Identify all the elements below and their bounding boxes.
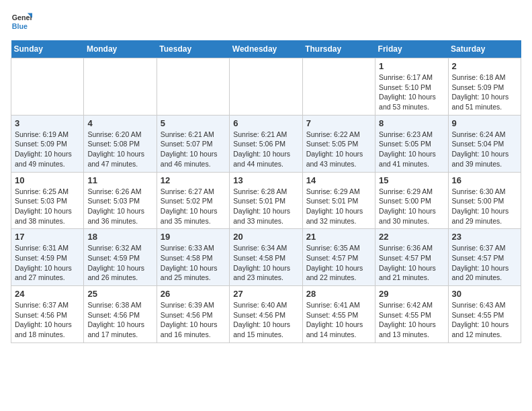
day-number: 14 xyxy=(306,175,371,185)
day-info: Sunrise: 6:34 AM Sunset: 4:58 PM Dayligh… xyxy=(233,243,298,283)
day-info: Sunrise: 6:24 AM Sunset: 5:04 PM Dayligh… xyxy=(452,130,517,169)
calendar-cell: 26Sunrise: 6:39 AM Sunset: 4:56 PM Dayli… xyxy=(157,286,229,343)
calendar-cell: 23Sunrise: 6:37 AM Sunset: 4:57 PM Dayli… xyxy=(448,229,521,286)
day-info: Sunrise: 6:30 AM Sunset: 5:00 PM Dayligh… xyxy=(452,187,517,226)
day-info: Sunrise: 6:20 AM Sunset: 5:08 PM Dayligh… xyxy=(87,130,152,169)
calendar-cell: 9Sunrise: 6:24 AM Sunset: 5:04 PM Daylig… xyxy=(448,115,521,172)
calendar-cell: 30Sunrise: 6:43 AM Sunset: 4:55 PM Dayli… xyxy=(448,286,521,343)
weekday-header: Monday xyxy=(84,40,157,58)
day-info: Sunrise: 6:35 AM Sunset: 4:57 PM Dayligh… xyxy=(306,243,371,283)
day-info: Sunrise: 6:26 AM Sunset: 5:03 PM Dayligh… xyxy=(87,187,152,226)
calendar-cell: 4Sunrise: 6:20 AM Sunset: 5:08 PM Daylig… xyxy=(84,115,157,172)
day-info: Sunrise: 6:40 AM Sunset: 4:56 PM Dayligh… xyxy=(233,300,298,340)
day-number: 24 xyxy=(15,289,80,299)
calendar-cell: 24Sunrise: 6:37 AM Sunset: 4:56 PM Dayli… xyxy=(11,286,84,343)
day-number: 27 xyxy=(233,289,298,299)
day-info: Sunrise: 6:28 AM Sunset: 5:01 PM Dayligh… xyxy=(233,187,298,226)
day-info: Sunrise: 6:31 AM Sunset: 4:59 PM Dayligh… xyxy=(15,243,80,283)
calendar-cell xyxy=(230,58,302,116)
day-number: 9 xyxy=(452,118,517,128)
day-info: Sunrise: 6:21 AM Sunset: 5:06 PM Dayligh… xyxy=(233,130,298,169)
day-info: Sunrise: 6:38 AM Sunset: 4:56 PM Dayligh… xyxy=(87,300,152,340)
calendar-cell: 25Sunrise: 6:38 AM Sunset: 4:56 PM Dayli… xyxy=(84,286,157,343)
calendar-cell: 3Sunrise: 6:19 AM Sunset: 5:09 PM Daylig… xyxy=(11,115,84,172)
calendar-cell: 13Sunrise: 6:28 AM Sunset: 5:01 PM Dayli… xyxy=(230,172,302,229)
day-number: 5 xyxy=(161,118,226,128)
day-number: 23 xyxy=(452,232,517,242)
weekday-header: Sunday xyxy=(11,40,84,58)
day-info: Sunrise: 6:37 AM Sunset: 4:57 PM Dayligh… xyxy=(452,243,517,283)
calendar-cell: 6Sunrise: 6:21 AM Sunset: 5:06 PM Daylig… xyxy=(230,115,302,172)
calendar-week-row: 17Sunrise: 6:31 AM Sunset: 4:59 PM Dayli… xyxy=(11,229,521,286)
day-number: 19 xyxy=(161,232,226,242)
day-number: 26 xyxy=(161,289,226,299)
weekday-header: Friday xyxy=(375,40,448,58)
calendar-cell: 11Sunrise: 6:26 AM Sunset: 5:03 PM Dayli… xyxy=(84,172,157,229)
day-number: 16 xyxy=(452,175,517,185)
weekday-header: Wednesday xyxy=(230,40,302,58)
calendar-week-row: 24Sunrise: 6:37 AM Sunset: 4:56 PM Dayli… xyxy=(11,286,521,343)
day-info: Sunrise: 6:18 AM Sunset: 5:09 PM Dayligh… xyxy=(452,73,517,112)
calendar-cell: 16Sunrise: 6:30 AM Sunset: 5:00 PM Dayli… xyxy=(448,172,521,229)
calendar-cell: 20Sunrise: 6:34 AM Sunset: 4:58 PM Dayli… xyxy=(230,229,302,286)
calendar-cell xyxy=(157,58,229,116)
day-info: Sunrise: 6:36 AM Sunset: 4:57 PM Dayligh… xyxy=(379,243,444,283)
calendar-header: SundayMondayTuesdayWednesdayThursdayFrid… xyxy=(11,40,521,58)
day-number: 18 xyxy=(87,232,152,242)
calendar-cell: 7Sunrise: 6:22 AM Sunset: 5:05 PM Daylig… xyxy=(302,115,375,172)
weekday-header: Tuesday xyxy=(157,40,229,58)
svg-text:Blue: Blue xyxy=(12,22,28,30)
calendar-cell: 10Sunrise: 6:25 AM Sunset: 5:03 PM Dayli… xyxy=(11,172,84,229)
calendar-week-row: 3Sunrise: 6:19 AM Sunset: 5:09 PM Daylig… xyxy=(11,115,521,172)
calendar-cell: 8Sunrise: 6:23 AM Sunset: 5:05 PM Daylig… xyxy=(375,115,448,172)
day-number: 17 xyxy=(15,232,80,242)
calendar-cell xyxy=(84,58,157,116)
day-number: 6 xyxy=(233,118,298,128)
calendar-cell xyxy=(302,58,375,116)
calendar-cell: 1Sunrise: 6:17 AM Sunset: 5:10 PM Daylig… xyxy=(375,58,448,116)
day-number: 10 xyxy=(15,175,80,185)
page-header: General Blue xyxy=(11,11,521,32)
day-number: 8 xyxy=(379,118,444,128)
day-number: 20 xyxy=(233,232,298,242)
calendar-cell: 27Sunrise: 6:40 AM Sunset: 4:56 PM Dayli… xyxy=(230,286,302,343)
day-info: Sunrise: 6:19 AM Sunset: 5:09 PM Dayligh… xyxy=(15,130,80,169)
calendar-cell: 29Sunrise: 6:42 AM Sunset: 4:55 PM Dayli… xyxy=(375,286,448,343)
day-number: 7 xyxy=(306,118,371,128)
calendar-cell: 2Sunrise: 6:18 AM Sunset: 5:09 PM Daylig… xyxy=(448,58,521,116)
day-number: 21 xyxy=(306,232,371,242)
calendar-cell: 5Sunrise: 6:21 AM Sunset: 5:07 PM Daylig… xyxy=(157,115,229,172)
day-info: Sunrise: 6:29 AM Sunset: 5:00 PM Dayligh… xyxy=(379,187,444,226)
day-number: 13 xyxy=(233,175,298,185)
calendar-cell: 12Sunrise: 6:27 AM Sunset: 5:02 PM Dayli… xyxy=(157,172,229,229)
calendar-cell: 15Sunrise: 6:29 AM Sunset: 5:00 PM Dayli… xyxy=(375,172,448,229)
day-info: Sunrise: 6:22 AM Sunset: 5:05 PM Dayligh… xyxy=(306,130,371,169)
calendar-table: SundayMondayTuesdayWednesdayThursdayFrid… xyxy=(11,40,521,343)
weekday-header: Saturday xyxy=(448,40,521,58)
day-number: 28 xyxy=(306,289,371,299)
day-info: Sunrise: 6:27 AM Sunset: 5:02 PM Dayligh… xyxy=(161,187,226,226)
day-info: Sunrise: 6:25 AM Sunset: 5:03 PM Dayligh… xyxy=(15,187,80,226)
day-info: Sunrise: 6:39 AM Sunset: 4:56 PM Dayligh… xyxy=(161,300,226,340)
day-number: 15 xyxy=(379,175,444,185)
day-info: Sunrise: 6:23 AM Sunset: 5:05 PM Dayligh… xyxy=(379,130,444,169)
day-info: Sunrise: 6:37 AM Sunset: 4:56 PM Dayligh… xyxy=(15,300,80,340)
calendar-cell: 18Sunrise: 6:32 AM Sunset: 4:59 PM Dayli… xyxy=(84,229,157,286)
calendar-cell: 17Sunrise: 6:31 AM Sunset: 4:59 PM Dayli… xyxy=(11,229,84,286)
day-info: Sunrise: 6:33 AM Sunset: 4:58 PM Dayligh… xyxy=(161,243,226,283)
calendar-cell: 21Sunrise: 6:35 AM Sunset: 4:57 PM Dayli… xyxy=(302,229,375,286)
day-number: 30 xyxy=(452,289,517,299)
day-info: Sunrise: 6:43 AM Sunset: 4:55 PM Dayligh… xyxy=(452,300,517,340)
day-number: 22 xyxy=(379,232,444,242)
day-number: 25 xyxy=(87,289,152,299)
day-number: 3 xyxy=(15,118,80,128)
day-number: 1 xyxy=(379,61,444,71)
day-number: 2 xyxy=(452,61,517,71)
day-number: 4 xyxy=(87,118,152,128)
calendar-cell xyxy=(11,58,84,116)
calendar-week-row: 1Sunrise: 6:17 AM Sunset: 5:10 PM Daylig… xyxy=(11,58,521,116)
day-info: Sunrise: 6:32 AM Sunset: 4:59 PM Dayligh… xyxy=(87,243,152,283)
calendar-week-row: 10Sunrise: 6:25 AM Sunset: 5:03 PM Dayli… xyxy=(11,172,521,229)
day-number: 11 xyxy=(87,175,152,185)
weekday-header: Thursday xyxy=(302,40,375,58)
